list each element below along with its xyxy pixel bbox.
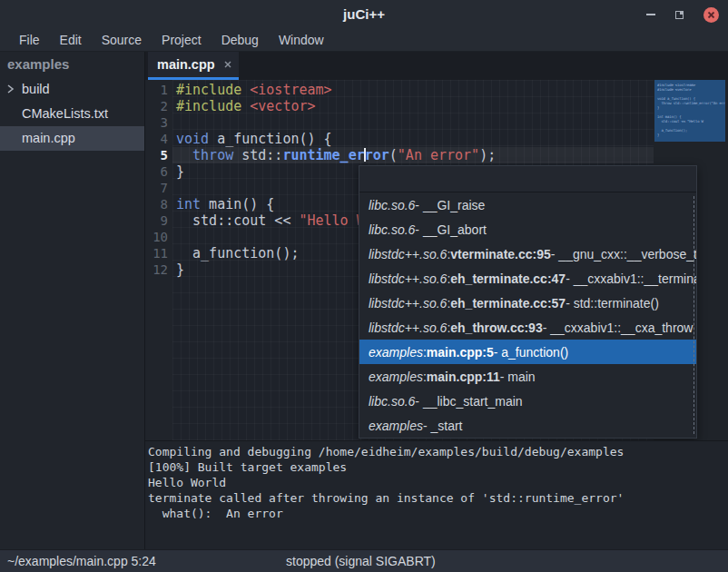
menu-item-edit[interactable]: Edit: [50, 31, 92, 49]
window-title: juCi++: [0, 6, 728, 22]
backtrace-lib-name: libstdc++.so.6: [369, 271, 447, 286]
backtrace-function: - __gnu_cxx::__verbose_terminate_handler: [551, 247, 696, 261]
backtrace-file-line: eh_terminate.cc:57: [450, 296, 566, 311]
backtrace-item[interactable]: libstdc++.so.6:eh_terminate.cc:57 - std:…: [359, 291, 696, 315]
backtrace-search-entry[interactable]: [359, 166, 696, 192]
backtrace-item[interactable]: libc.so.6 - __GI_abort: [359, 217, 696, 242]
restore-button[interactable]: [675, 11, 684, 19]
line-number[interactable]: 7: [145, 180, 172, 196]
token-pre: #include: [176, 98, 241, 114]
status-debug-state: stopped (signal SIGABRT): [286, 554, 436, 568]
backtrace-item[interactable]: libc.so.6 - __GI_raise: [359, 192, 696, 217]
code-line[interactable]: void a_function() {: [172, 131, 654, 147]
terminal-output[interactable]: Compiling and debugging /home/eidheim/ex…: [145, 440, 728, 549]
backtrace-function: - std::terminate(): [566, 296, 659, 311]
menu-item-project[interactable]: Project: [152, 31, 212, 49]
backtrace-file-line: main.cpp:11: [427, 370, 500, 384]
menu-item-file[interactable]: File: [9, 31, 50, 49]
juci-window: juCi++ FileEditSourceProjectDebugWindow …: [0, 0, 728, 572]
tree-item-label: build: [22, 82, 50, 96]
menu-item-debug[interactable]: Debug: [212, 31, 269, 49]
token-pln: (: [389, 147, 398, 163]
popup-scrollbar[interactable]: [694, 196, 694, 434]
titlebar: juCi++: [0, 0, 728, 29]
token-pln: }: [176, 261, 184, 278]
backtrace-lib-name: libc.so.6: [369, 222, 415, 237]
line-number-gutter[interactable]: 123456789101112: [145, 80, 172, 440]
statusbar: ~/examples/main.cpp 5:24 stopped (signal…: [0, 549, 728, 572]
backtrace-item[interactable]: libstdc++.so.6:eh_throw.cc:93 - __cxxabi…: [359, 315, 696, 340]
token-str: "Hello W: [299, 212, 364, 229]
code-line[interactable]: #include <vector>: [172, 98, 654, 114]
line-number[interactable]: 12: [145, 261, 172, 278]
line-number[interactable]: 3: [145, 114, 172, 131]
tabbar: main.cpp: [145, 52, 728, 80]
minimap-code-line: throw std::runtime_error("An error");: [654, 101, 725, 105]
backtrace-file-line: eh_throw.cc:93: [450, 321, 542, 335]
backtrace-lib-name: libc.so.6: [369, 394, 415, 409]
line-number[interactable]: 9: [145, 212, 172, 229]
code-line[interactable]: [172, 114, 654, 131]
backtrace-function: - main: [500, 370, 536, 384]
tree-item-cmakelists-txt[interactable]: CMakeLists.txt: [0, 102, 144, 126]
backtrace-item[interactable]: examples - _start: [359, 413, 696, 438]
terminal-line: Compiling and debugging /home/eidheim/ex…: [148, 444, 728, 459]
close-button[interactable]: [703, 7, 719, 23]
backtrace-function: - a_function(): [494, 345, 568, 360]
minimize-button[interactable]: [646, 14, 655, 15]
project-name: examples: [0, 52, 144, 77]
code-line[interactable]: throw std::runtime_error("An error");: [172, 147, 654, 163]
backtrace-item[interactable]: examples:main.cpp:5 - a_function(): [359, 340, 696, 364]
backtrace-lib-name: libc.so.6: [369, 198, 415, 212]
line-number[interactable]: 11: [145, 245, 172, 261]
line-number[interactable]: 10: [145, 229, 172, 245]
backtrace-item[interactable]: examples:main.cpp:11 - main: [359, 364, 696, 389]
minimap-visible-region[interactable]: #include <iostream>#include <vector>void…: [654, 80, 725, 142]
terminal-line: [100%] Built target examples: [148, 459, 728, 475]
backtrace-function: - __cxxabiv1::__terminate: [566, 271, 696, 286]
backtrace-lib-name: examples: [369, 345, 423, 360]
token-kw: throw: [192, 147, 233, 163]
token-kw: void: [176, 131, 209, 147]
backtrace-lib-name: examples: [369, 419, 423, 433]
line-number[interactable]: 4: [145, 131, 172, 147]
token-pln: a_function() {: [209, 131, 331, 147]
minimize-icon: [646, 14, 655, 15]
terminal-line: what(): An error: [148, 506, 728, 521]
chevron-right-icon[interactable]: [6, 84, 15, 94]
restore-icon: [675, 11, 684, 19]
backtrace-item[interactable]: libc.so.6 - __libc_start_main: [359, 389, 696, 413]
close-icon: [707, 11, 715, 19]
backtrace-function: - __libc_start_main: [415, 394, 522, 409]
tree-item-build[interactable]: build: [0, 77, 144, 102]
token-pln: [241, 82, 250, 98]
line-number[interactable]: 5: [145, 147, 172, 163]
backtrace-lib-name: examples: [369, 370, 423, 384]
token-kw: int: [176, 196, 201, 212]
code-line[interactable]: #include <iostream>: [172, 82, 654, 98]
backtrace-lib-name: libstdc++.so.6: [369, 247, 447, 261]
token-pre: #include: [176, 82, 241, 98]
tree-item-label: main.cpp: [22, 131, 75, 145]
menu-item-window[interactable]: Window: [269, 31, 334, 49]
token-kwb: ror: [365, 147, 389, 163]
backtrace-file-line: eh_terminate.cc:47: [450, 271, 566, 286]
line-number[interactable]: 6: [145, 163, 172, 180]
file-tree-panel: examples buildCMakeLists.txtmain.cpp: [0, 52, 145, 549]
line-number[interactable]: 8: [145, 196, 172, 212]
token-pln: );: [479, 147, 496, 163]
tab-main-cpp[interactable]: main.cpp: [148, 52, 239, 80]
backtrace-lib-name: libstdc++.so.6: [369, 321, 447, 335]
tree-item-main-cpp[interactable]: main.cpp: [0, 126, 144, 151]
menu-item-source[interactable]: Source: [92, 31, 152, 49]
tab-close-icon[interactable]: [224, 61, 231, 68]
backtrace-item[interactable]: libstdc++.so.6:eh_terminate.cc:47 - __cx…: [359, 266, 696, 291]
menubar: FileEditSourceProjectDebugWindow: [0, 29, 728, 52]
terminal-line: terminate called after throwing an insta…: [148, 490, 728, 506]
line-number[interactable]: 1: [145, 82, 172, 98]
backtrace-popup: libc.so.6 - __GI_raiselibc.so.6 - __GI_a…: [359, 165, 697, 439]
line-number[interactable]: 2: [145, 98, 172, 114]
backtrace-file-line: main.cpp:5: [427, 345, 494, 360]
backtrace-file-line: vterminate.cc:95: [450, 247, 551, 261]
backtrace-item[interactable]: libstdc++.so.6:vterminate.cc:95 - __gnu_…: [359, 242, 696, 266]
